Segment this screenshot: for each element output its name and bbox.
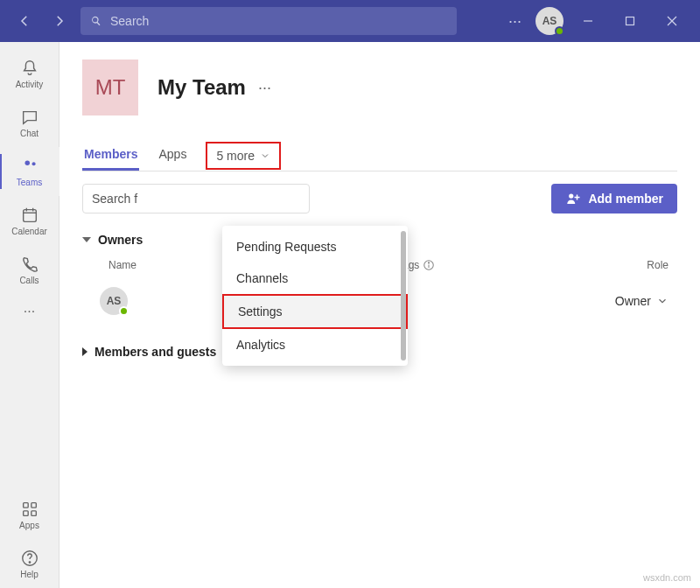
- team-name: My Team: [158, 75, 246, 100]
- svg-rect-10: [23, 502, 28, 508]
- avatar-initials: AS: [542, 15, 557, 27]
- global-search[interactable]: Search: [80, 7, 457, 35]
- rail-calendar[interactable]: Calendar: [0, 196, 60, 245]
- tab-members[interactable]: Members: [82, 140, 139, 171]
- section-label: Members and guests: [94, 345, 216, 359]
- phone-icon: [20, 255, 39, 274]
- bell-icon: [20, 59, 39, 78]
- presence-indicator: [119, 306, 129, 316]
- watermark: wsxdn.com: [643, 572, 691, 583]
- svg-point-16: [570, 193, 574, 198]
- calendar-icon: [20, 206, 39, 225]
- svg-rect-11: [31, 502, 36, 508]
- svg-rect-13: [31, 510, 36, 515]
- role-value: Owner: [615, 294, 651, 308]
- team-tabs: Members Apps 5 more: [82, 140, 677, 172]
- svg-point-15: [29, 561, 30, 562]
- chevron-down-icon: [656, 295, 668, 307]
- add-member-button[interactable]: Add member: [551, 184, 677, 214]
- window-maximize[interactable]: [612, 7, 648, 35]
- app-rail: Activity Chat Teams Calendar Calls ··· A…: [0, 42, 60, 588]
- window-close[interactable]: [654, 7, 690, 35]
- rail-apps[interactable]: Apps: [0, 490, 60, 539]
- col-tags: Tags: [397, 259, 537, 271]
- member-avatar[interactable]: AS: [100, 287, 128, 315]
- presence-indicator: [555, 26, 564, 36]
- tab-apps[interactable]: Apps: [157, 140, 188, 171]
- rail-calls[interactable]: Calls: [0, 245, 60, 294]
- rail-label: Calendar: [11, 227, 47, 236]
- current-user-avatar[interactable]: AS: [536, 7, 564, 35]
- rail-more[interactable]: ···: [0, 294, 60, 329]
- rail-label: Teams: [17, 178, 42, 187]
- apps-icon: [20, 500, 39, 519]
- svg-point-21: [429, 262, 430, 263]
- search-placeholder-text: Search f: [92, 192, 137, 206]
- section-label: Owners: [98, 233, 143, 247]
- svg-rect-1: [626, 18, 634, 25]
- tab-more-dropdown[interactable]: 5 more: [206, 142, 281, 170]
- back-button[interactable]: [10, 7, 38, 35]
- role-selector[interactable]: Owner: [615, 294, 677, 308]
- svg-rect-12: [23, 510, 28, 515]
- app-more-button[interactable]: ···: [501, 12, 528, 31]
- window-minimize[interactable]: [570, 7, 606, 35]
- team-more-button[interactable]: ···: [258, 79, 271, 97]
- add-member-label: Add member: [588, 192, 663, 206]
- dd-channels[interactable]: Channels: [222, 262, 408, 294]
- caret-down-icon: [82, 237, 91, 242]
- search-icon: [89, 14, 103, 28]
- chat-icon: [20, 108, 39, 127]
- col-role: Role: [537, 259, 677, 271]
- info-icon: [423, 259, 435, 271]
- svg-point-5: [32, 162, 35, 165]
- chevron-down-icon: [260, 150, 270, 161]
- search-placeholder: Search: [110, 14, 149, 28]
- forward-button[interactable]: [46, 7, 74, 35]
- rail-chat[interactable]: Chat: [0, 98, 60, 147]
- main-content: MT My Team ··· Members Apps 5 more Searc…: [60, 42, 700, 588]
- avatar-initials: AS: [107, 295, 122, 307]
- rail-activity[interactable]: Activity: [0, 49, 60, 98]
- rail-label: Calls: [19, 276, 38, 285]
- dd-pending-requests[interactable]: Pending Requests: [222, 231, 408, 262]
- team-header: MT My Team ···: [82, 60, 677, 116]
- rail-label: Help: [20, 570, 38, 579]
- rail-help[interactable]: Help: [0, 539, 60, 588]
- title-bar: Search ··· AS: [0, 0, 700, 42]
- svg-rect-6: [23, 209, 36, 221]
- rail-label: Activity: [16, 80, 44, 89]
- help-icon: [20, 549, 39, 568]
- add-member-icon: [565, 191, 581, 206]
- dd-analytics[interactable]: Analytics: [222, 329, 408, 360]
- rail-teams[interactable]: Teams: [0, 147, 60, 196]
- svg-point-4: [24, 160, 30, 165]
- more-label: 5 more: [216, 149, 255, 163]
- dd-settings[interactable]: Settings: [222, 294, 408, 329]
- caret-right-icon: [82, 347, 88, 356]
- team-avatar: MT: [82, 60, 138, 116]
- members-toolbar: Search f Add member: [82, 184, 677, 214]
- search-members-input[interactable]: Search f: [82, 184, 310, 214]
- teams-icon: [20, 157, 39, 176]
- more-tabs-dropdown: Pending Requests Channels Settings Analy…: [222, 226, 408, 366]
- rail-label: Chat: [20, 129, 38, 138]
- ellipsis-icon: ···: [24, 304, 35, 319]
- rail-label: Apps: [19, 521, 39, 530]
